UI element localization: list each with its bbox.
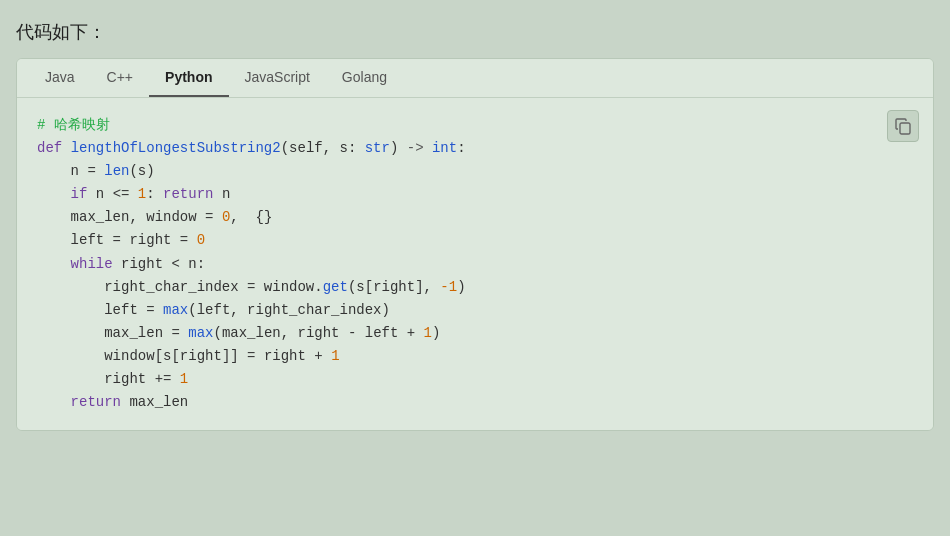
page-container: 代码如下： Java C++ Python JavaScript Golang …	[0, 10, 950, 447]
tab-java[interactable]: Java	[29, 59, 91, 97]
svg-rect-0	[900, 123, 910, 134]
copy-button[interactable]	[887, 110, 919, 142]
tab-cpp[interactable]: C++	[91, 59, 149, 97]
code-body: # 哈希映射 def lengthOfLongestSubstring2(sel…	[17, 98, 933, 430]
tab-javascript[interactable]: JavaScript	[229, 59, 326, 97]
tab-golang[interactable]: Golang	[326, 59, 403, 97]
tabs-bar: Java C++ Python JavaScript Golang	[17, 59, 933, 98]
page-title: 代码如下：	[16, 20, 934, 44]
code-wrapper: Java C++ Python JavaScript Golang # 哈希映射…	[16, 58, 934, 431]
code-block: # 哈希映射 def lengthOfLongestSubstring2(sel…	[37, 114, 913, 414]
tab-python[interactable]: Python	[149, 59, 228, 97]
